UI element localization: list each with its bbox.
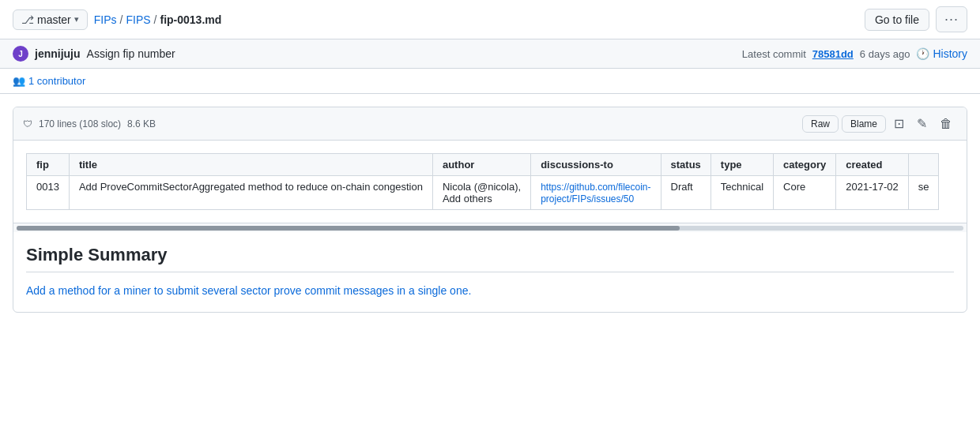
branch-name: master — [37, 13, 71, 26]
shield-icon: 🛡 — [23, 118, 32, 129]
cell-created: 2021-17-02 — [836, 176, 909, 210]
branch-selector[interactable]: ⎇ master ▾ — [13, 9, 88, 30]
file-viewer: 🛡 170 lines (108 sloc) 8.6 KB Raw Blame … — [13, 107, 967, 313]
display-icon-button[interactable]: ⊡ — [889, 114, 909, 133]
history-link[interactable]: 🕐 History — [916, 47, 967, 60]
horizontal-scrollbar[interactable] — [13, 223, 967, 232]
contributors-bar: 👥 1 contributor — [0, 69, 980, 94]
table-row: 0013 Add ProveCommitSectorAggregated met… — [27, 176, 939, 210]
scrollbar-track — [17, 226, 963, 231]
go-to-file-button[interactable]: Go to file — [865, 9, 929, 31]
fip-table: fip title author discussions-to status t… — [26, 153, 939, 210]
history-label: History — [933, 47, 967, 60]
col-fip: fip — [27, 154, 70, 176]
file-header-left: 🛡 170 lines (108 sloc) 8.6 KB — [23, 118, 156, 129]
scrollbar-thumb — [17, 226, 680, 231]
col-title: title — [69, 154, 432, 176]
author-line1: Nicola (@nicola), — [443, 181, 521, 193]
chevron-down-icon: ▾ — [74, 14, 79, 24]
contributors-icon: 👥 — [13, 75, 25, 87]
clock-icon: 🕐 — [916, 47, 929, 60]
breadcrumb-sub[interactable]: FIPS — [126, 13, 150, 26]
cell-title: Add ProveCommitSectorAggregated method t… — [69, 176, 432, 210]
cell-type: Technical — [710, 176, 773, 210]
top-bar: ⎇ master ▾ FIPs / FIPS / fip-0013.md Go … — [0, 0, 980, 39]
file-size: 8.6 KB — [127, 118, 156, 129]
col-type: type — [710, 154, 773, 176]
col-status: status — [661, 154, 710, 176]
edit-icon-button[interactable]: ✎ — [912, 114, 932, 133]
col-extra — [908, 154, 939, 176]
breadcrumb-sep: / — [120, 13, 123, 26]
cell-category: Core — [774, 176, 836, 210]
col-author: author — [432, 154, 530, 176]
cell-discussions: https://github.com/filecoin-project/FIPs… — [531, 176, 661, 210]
file-header-right: Raw Blame ⊡ ✎ 🗑 — [802, 114, 957, 133]
cell-fip: 0013 — [27, 176, 70, 210]
delete-icon-button[interactable]: 🗑 — [935, 114, 957, 133]
commit-time: 6 days ago — [860, 48, 910, 60]
file-lines: 170 lines (108 sloc) — [39, 118, 121, 129]
table-header-row: fip title author discussions-to status t… — [27, 154, 939, 176]
col-created: created — [836, 154, 909, 176]
breadcrumb-file: fip-0013.md — [160, 13, 221, 26]
col-category: category — [774, 154, 836, 176]
latest-commit-label: Latest commit — [742, 48, 806, 60]
markdown-content: Simple Summary Add a method for a miner … — [13, 232, 967, 312]
commit-bar-left: J jennijuju Assign fip number — [13, 46, 175, 62]
commit-bar: J jennijuju Assign fip number Latest com… — [0, 39, 980, 69]
cell-extra: se — [908, 176, 939, 210]
cell-status: Draft — [661, 176, 710, 210]
cell-author: Nicola (@nicola), Add others — [432, 176, 530, 210]
breadcrumb: FIPs / FIPS / fip-0013.md — [94, 13, 222, 26]
commit-hash[interactable]: 78581dd — [812, 48, 854, 60]
commit-message: Assign fip number — [87, 47, 175, 60]
author-line2: Add others — [443, 193, 521, 204]
breadcrumb-sep2: / — [154, 13, 157, 26]
contributors-link[interactable]: 1 contributor — [28, 75, 85, 87]
commit-author[interactable]: jennijuju — [35, 47, 81, 60]
branch-icon: ⎇ — [21, 13, 34, 26]
file-header: 🛡 170 lines (108 sloc) 8.6 KB Raw Blame … — [13, 107, 967, 141]
discussions-link[interactable]: https://github.com/filecoin-project/FIPs… — [541, 182, 650, 204]
commit-bar-right: Latest commit 78581dd 6 days ago 🕐 Histo… — [742, 47, 967, 60]
title-text: Add ProveCommitSectorAggregated method t… — [79, 181, 423, 193]
simple-summary-text: Add a method for a miner to submit sever… — [26, 282, 954, 299]
avatar: J — [13, 46, 28, 62]
top-bar-right: Go to file ··· — [865, 6, 967, 32]
top-bar-left: ⎇ master ▾ FIPs / FIPS / fip-0013.md — [13, 9, 221, 30]
blame-button[interactable]: Blame — [842, 115, 886, 133]
col-discussions: discussions-to — [531, 154, 661, 176]
breadcrumb-root[interactable]: FIPs — [94, 13, 117, 26]
more-options-button[interactable]: ··· — [936, 6, 967, 32]
raw-button[interactable]: Raw — [802, 115, 839, 133]
file-content: fip title author discussions-to status t… — [13, 141, 967, 223]
simple-summary-heading: Simple Summary — [26, 245, 954, 272]
